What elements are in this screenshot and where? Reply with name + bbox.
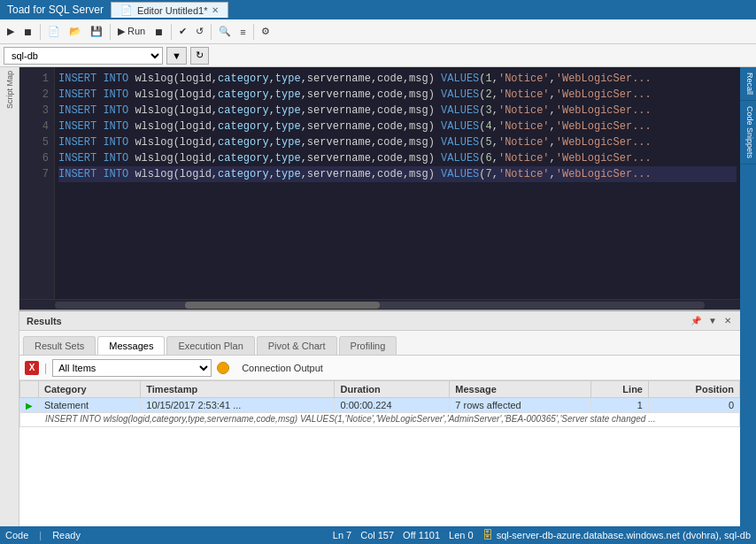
editor-icon: 📄: [120, 4, 133, 16]
scroll-track[interactable]: [55, 302, 705, 309]
toolbar-sep-3: [171, 24, 172, 40]
results-controls: 📌 ▼ ✕: [689, 316, 733, 326]
results-table[interactable]: Category Timestamp Duration Message Line…: [19, 380, 740, 526]
line-num-7: 7: [19, 166, 54, 182]
tab-result-sets[interactable]: Result Sets: [23, 336, 96, 355]
len-indicator: Len 0: [449, 530, 474, 540]
db-connection-status: 🗄 sql-server-db-azure.database.windows.n…: [482, 529, 751, 541]
toolbar-btn-stop[interactable]: ⏹: [150, 25, 167, 39]
tab-label: Editor Untitled1*: [137, 5, 208, 16]
code-line-4: INSERT INTO wlslog(logid,category,type,s…: [58, 119, 737, 134]
toolbar-btn-rollback[interactable]: ↺: [192, 24, 207, 39]
row-line: 1: [590, 398, 648, 413]
code-snippets-tab[interactable]: Code Snippets: [740, 101, 756, 165]
col-header-line[interactable]: Line: [590, 381, 648, 398]
toolbar-btn-1[interactable]: ▶: [4, 24, 18, 39]
line-num-2: 2: [19, 87, 54, 103]
messages-table: Category Timestamp Duration Message Line…: [19, 380, 740, 427]
center-area: 1 2 3 4 5 6 7 INSERT INTO wlslog(logid,c…: [19, 67, 740, 526]
editor-scrollbar[interactable]: [19, 299, 740, 310]
col-header-category[interactable]: Category: [39, 381, 141, 398]
results-tabs-bar: Result Sets Messages Execution Plan Pivo…: [19, 331, 740, 356]
toolbar: ▶ ⏹ 📄 📂 💾 ▶ Run ⏹ ✔ ↺ 🔍 ≡ ⚙: [0, 19, 756, 44]
ln-indicator: Ln 7: [333, 530, 351, 540]
col-header-message[interactable]: Message: [450, 381, 591, 398]
code-line-6: INSERT INTO wlslog(logid,category,type,s…: [58, 150, 737, 166]
toolbar-sep-5: [253, 24, 254, 40]
row-category: Statement: [39, 398, 141, 413]
filter-dropdown[interactable]: All Items Errors Warnings Messages: [52, 359, 212, 377]
line-num-3: 3: [19, 103, 54, 119]
col-header-timestamp[interactable]: Timestamp: [141, 381, 335, 398]
line-num-1: 1: [19, 71, 54, 87]
close-tab-icon[interactable]: ✕: [212, 5, 219, 15]
toolbar-btn-open[interactable]: 📂: [66, 24, 85, 39]
stmt-text: INSERT INTO wlslog(logid,category,type,s…: [20, 413, 740, 427]
tab-execution-plan[interactable]: Execution Plan: [166, 336, 254, 355]
recall-tab[interactable]: Recall: [740, 67, 756, 101]
table-header-row: Category Timestamp Duration Message Line…: [20, 381, 740, 398]
results-title: Results: [27, 316, 62, 326]
results-panel: Results 📌 ▼ ✕ Result Sets Messages Execu…: [19, 310, 740, 526]
float-button[interactable]: ▼: [706, 316, 719, 326]
row-message: 7 rows affected: [450, 398, 591, 413]
filter-bar: X | All Items Errors Warnings Messages C…: [19, 356, 740, 380]
right-panel: Recall Code Snippets: [740, 67, 756, 526]
off-indicator: Off 1101: [403, 530, 440, 540]
code-editor[interactable]: 1 2 3 4 5 6 7 INSERT INTO wlslog(logid,c…: [19, 67, 740, 299]
toolbar-sep-1: [40, 24, 41, 40]
status-right: Ln 7 Col 157 Off 1101 Len 0 🗄 sql-server…: [333, 529, 751, 541]
col-header-icon: [20, 381, 39, 398]
row-expand-icon[interactable]: ▶: [20, 398, 39, 413]
toolbar-btn-run[interactable]: ▶ Run: [114, 24, 149, 39]
toolbar-btn-explain[interactable]: 🔍: [215, 24, 235, 39]
code-line-1: INSERT INTO wlslog(logid,category,type,s…: [58, 71, 737, 87]
main-content: Script Map 1 2 3 4 5 6 7 INSERT INTO wls…: [0, 67, 756, 526]
script-map-label: Script Map: [4, 67, 16, 112]
clear-filter-button[interactable]: X: [25, 361, 39, 375]
connection-select[interactable]: sql-db: [4, 47, 163, 65]
toolbar-btn-2[interactable]: ⏹: [19, 25, 36, 39]
line-numbers: 1 2 3 4 5 6 7: [19, 67, 55, 299]
code-line-3: INSERT INTO wlslog(logid,category,type,s…: [58, 103, 737, 119]
scroll-thumb[interactable]: [185, 302, 380, 309]
pin-button[interactable]: 📌: [689, 316, 703, 326]
table-row-expanded: INSERT INTO wlslog(logid,category,type,s…: [20, 413, 740, 427]
col-header-position[interactable]: Position: [648, 381, 739, 398]
toolbar-btn-format[interactable]: ≡: [236, 25, 249, 39]
results-header: Results 📌 ▼ ✕: [19, 311, 740, 331]
line-num-6: 6: [19, 150, 54, 166]
app-title: Toad for SQL Server: [7, 4, 104, 16]
divider-line: |: [44, 362, 47, 374]
row-position: 0: [648, 398, 739, 413]
refresh-button[interactable]: ↻: [190, 47, 209, 65]
col-indicator: Col 157: [360, 530, 394, 540]
line-num-5: 5: [19, 134, 54, 150]
tab-profiling[interactable]: Profiling: [339, 336, 397, 355]
code-line-7: INSERT INTO wlslog(logid,category,type,s…: [58, 166, 737, 182]
code-content[interactable]: INSERT INTO wlslog(logid,category,type,s…: [55, 67, 740, 299]
toolbar-btn-options[interactable]: ⚙: [258, 24, 274, 39]
status-bar: Code | Ready Ln 7 Col 157 Off 1101 Len 0…: [0, 526, 756, 544]
toolbar-sep-4: [211, 24, 212, 40]
left-panel: Script Map: [0, 67, 19, 526]
table-row[interactable]: ▶ Statement 10/15/2017 2:53:41 ... 0:00:…: [20, 398, 740, 413]
connect-button[interactable]: ▼: [166, 47, 187, 65]
connection-output-label: Connection Output: [242, 363, 323, 373]
code-line-5: INSERT INTO wlslog(logid,category,type,s…: [58, 134, 737, 150]
close-results-button[interactable]: ✕: [722, 316, 733, 326]
tab-pivot-chart[interactable]: Pivot & Chart: [257, 336, 337, 355]
line-num-4: 4: [19, 119, 54, 134]
row-timestamp: 10/15/2017 2:53:41 ...: [141, 398, 335, 413]
toolbar-btn-commit[interactable]: ✔: [175, 24, 190, 39]
db-connection-text: sql-server-db-azure.database.windows.net…: [497, 530, 751, 540]
col-header-duration[interactable]: Duration: [335, 381, 450, 398]
toolbar-btn-new[interactable]: 📄: [44, 24, 64, 39]
tab-messages[interactable]: Messages: [97, 336, 165, 355]
title-bar: Toad for SQL Server 📄 Editor Untitled1* …: [0, 0, 756, 19]
db-icon: 🗄: [482, 529, 493, 541]
code-status-label: Code: [5, 530, 28, 540]
toolbar-btn-save[interactable]: 💾: [87, 24, 106, 39]
connection-bar: sql-db ▼ ↻: [0, 44, 756, 67]
editor-tab[interactable]: 📄 Editor Untitled1* ✕: [111, 2, 229, 18]
